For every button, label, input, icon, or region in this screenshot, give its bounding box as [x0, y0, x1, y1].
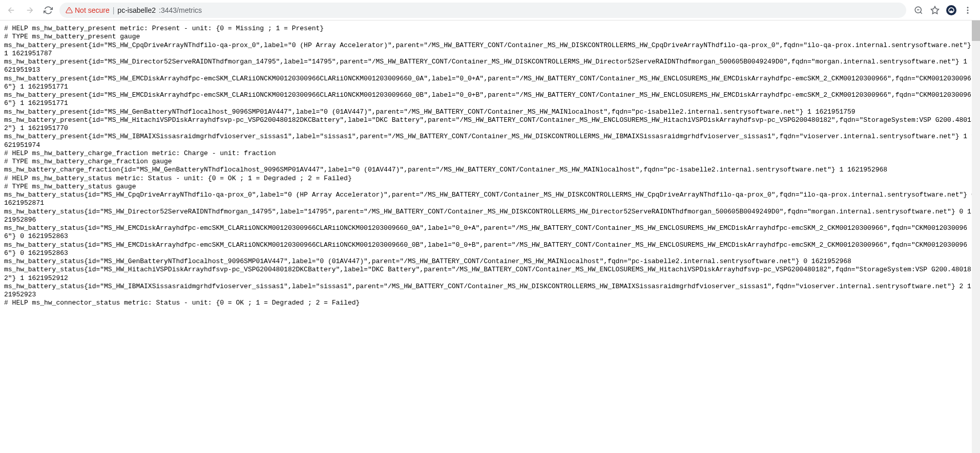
svg-point-3 — [967, 12, 969, 13]
bookmark-icon[interactable] — [930, 5, 940, 15]
scrollbar-thumb[interactable] — [972, 20, 980, 41]
svg-point-2 — [967, 9, 969, 11]
security-indicator[interactable]: Not secure — [66, 6, 110, 14]
vertical-scrollbar[interactable] — [972, 20, 980, 312]
browser-toolbar: Not secure | pc-isabelle2:3443/metrics — [0, 0, 980, 20]
extension-icon[interactable] — [946, 5, 956, 15]
menu-icon[interactable] — [963, 5, 973, 15]
warning-icon — [66, 7, 73, 14]
address-bar[interactable]: Not secure | pc-isabelle2:3443/metrics — [59, 3, 906, 18]
svg-point-1 — [967, 7, 969, 8]
security-label: Not secure — [75, 6, 110, 14]
url-path: :3443/metrics — [159, 6, 202, 14]
back-button[interactable] — [4, 3, 18, 17]
forward-button[interactable] — [23, 3, 37, 17]
metrics-output: # HELP ms_hw_battery_present metric: Pre… — [0, 20, 980, 312]
reload-button[interactable] — [41, 3, 55, 17]
url-host: pc-isabelle2 — [117, 6, 156, 14]
chrome-actions — [910, 5, 976, 15]
zoom-icon[interactable] — [913, 5, 924, 15]
url-divider: | — [113, 6, 115, 14]
